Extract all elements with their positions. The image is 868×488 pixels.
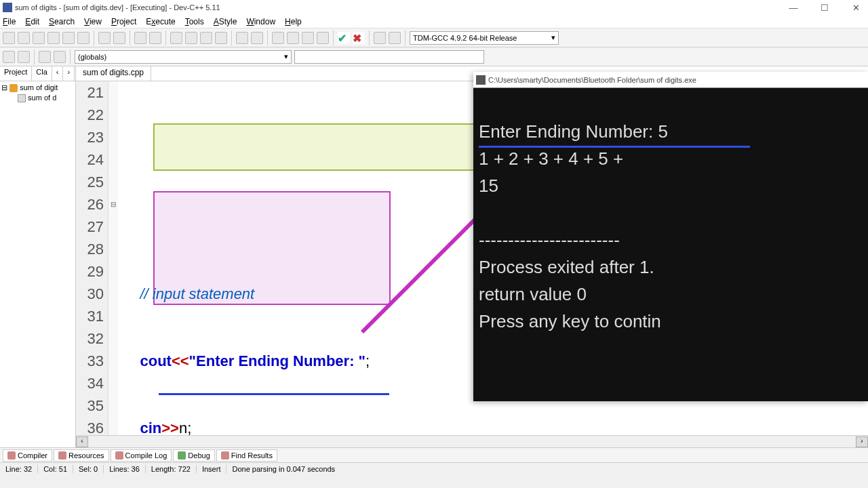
tab-debug[interactable]: Debug	[173, 449, 214, 462]
toggle-bp-icon[interactable]	[272, 32, 284, 44]
status-parse: Done parsing in 0.047 seconds	[226, 465, 340, 473]
sidebar-tab-classes[interactable]: Cla	[32, 66, 52, 81]
goto-icon[interactable]	[3, 51, 15, 63]
window-title: sum of digits - [sum of digits.dev] - [E…	[15, 3, 784, 12]
menu-tools[interactable]: Tools	[185, 17, 204, 26]
find-icon[interactable]	[134, 32, 146, 44]
console-window[interactable]: C:\Users\smarty\Documents\Bluetooth Fold…	[473, 72, 868, 401]
insert-icon[interactable]	[39, 51, 51, 63]
sidebar-tab-project[interactable]: Project	[0, 66, 32, 81]
menu-file[interactable]: File	[3, 17, 16, 26]
undo-icon[interactable]	[98, 32, 111, 44]
bookmark-icon[interactable]	[18, 51, 30, 63]
file-icon	[18, 94, 26, 102]
status-col: Col: 51	[38, 465, 73, 473]
code-line: cin>>n;	[123, 417, 868, 435]
menu-execute[interactable]: Execute	[146, 17, 175, 26]
tree-file-node[interactable]: sum of d	[1, 93, 74, 103]
console-titlebar: C:\Users\smarty\Documents\Bluetooth Fold…	[473, 72, 868, 88]
app-icon	[3, 3, 12, 12]
step-over-icon[interactable]	[302, 32, 314, 44]
tab-find-results[interactable]: Find Results	[216, 449, 277, 462]
log-icon	[115, 451, 123, 460]
redo-icon[interactable]	[113, 32, 125, 44]
menu-search[interactable]: Search	[49, 17, 75, 26]
status-length: Length: 722	[146, 465, 197, 473]
x-icon[interactable]: ✖	[353, 32, 365, 44]
stop-icon[interactable]	[251, 32, 263, 44]
search-icon	[221, 451, 229, 460]
run-icon[interactable]	[185, 32, 197, 44]
toolbar-secondary: (globals)▾	[0, 47, 868, 66]
status-line: Line: 32	[0, 465, 38, 473]
compiler-select[interactable]: TDM-GCC 4.9.2 64-bit Release▾	[410, 31, 559, 45]
symbols-select[interactable]	[294, 50, 484, 64]
scroll-left-icon[interactable]: ‹	[76, 436, 88, 447]
status-lines: Lines: 36	[104, 465, 146, 473]
menu-project[interactable]: Project	[111, 17, 136, 26]
fold-marker[interactable]: ⊟	[108, 193, 118, 216]
menu-window[interactable]: Window	[246, 17, 275, 26]
sidebar: Project Cla ‹ › ⊟ sum of digit sum of d	[0, 66, 76, 447]
menu-edit[interactable]: Edit	[25, 17, 39, 26]
print-icon[interactable]	[77, 32, 90, 44]
check-icon	[178, 451, 186, 460]
save-icon[interactable]	[33, 32, 45, 44]
console-icon	[476, 75, 486, 85]
menu-astyle[interactable]: AStyle	[214, 17, 237, 26]
rebuild-icon[interactable]	[215, 32, 227, 44]
fold-column: ⊟	[108, 81, 118, 435]
status-insert: Insert	[197, 465, 227, 473]
statusbar: Line: 32 Col: 51 Sel: 0 Lines: 36 Length…	[0, 462, 868, 474]
bottom-tabs: Compiler Resources Compile Log Debug Fin…	[0, 447, 868, 462]
step-icon[interactable]	[287, 32, 299, 44]
gutter: 21222324 25262728 29303132 33343536	[76, 81, 108, 435]
project-icon	[9, 84, 18, 92]
globals-select[interactable]: (globals)▾	[75, 50, 292, 64]
sidebar-tab-prev[interactable]: ‹	[52, 66, 64, 81]
tree-project-node[interactable]: ⊟ sum of digit	[1, 83, 74, 93]
step-out-icon[interactable]	[317, 32, 329, 44]
minimize-button[interactable]: —	[784, 3, 803, 13]
chart-icon[interactable]	[374, 32, 386, 44]
sidebar-tab-next[interactable]: ›	[63, 66, 75, 81]
close-file-icon[interactable]	[62, 32, 75, 44]
replace-icon[interactable]	[149, 32, 161, 44]
toggle-icon[interactable]	[54, 51, 66, 63]
save-all-icon[interactable]	[47, 32, 60, 44]
new-file-icon[interactable]	[3, 32, 15, 44]
debug-icon[interactable]	[236, 32, 248, 44]
grid-icon	[7, 451, 16, 460]
menu-help[interactable]: Help	[285, 17, 302, 26]
maximize-button[interactable]: ☐	[815, 3, 834, 13]
tab-compiler[interactable]: Compiler	[3, 449, 52, 462]
scroll-right-icon[interactable]: ›	[856, 436, 868, 447]
console-output: Enter Ending Number: 5 1 + 2 + 3 + 4 + 5…	[473, 88, 868, 392]
tab-resources[interactable]: Resources	[54, 449, 109, 462]
console-underline	[479, 146, 750, 148]
menubar: File Edit Search View Project Execute To…	[0, 15, 868, 28]
books-icon	[58, 451, 66, 460]
console-title: C:\Users\smarty\Documents\Bluetooth Fold…	[488, 76, 696, 84]
titlebar: sum of digits - [sum of digits.dev] - [E…	[0, 0, 868, 15]
project-tree[interactable]: ⊟ sum of digit sum of d	[0, 81, 75, 447]
help-icon[interactable]	[389, 32, 401, 44]
horizontal-scrollbar[interactable]: ‹ ›	[76, 435, 868, 447]
sidebar-tabs: Project Cla ‹ ›	[0, 66, 75, 81]
tab-compile-log[interactable]: Compile Log	[111, 449, 172, 462]
open-file-icon[interactable]	[18, 32, 30, 44]
check-icon[interactable]: ✔	[338, 32, 350, 44]
status-sel: Sel: 0	[73, 465, 104, 473]
compile-run-icon[interactable]	[200, 32, 212, 44]
compile-icon[interactable]	[170, 32, 182, 44]
file-tab-active[interactable]: sum of digits.cpp	[76, 66, 151, 81]
menu-view[interactable]: View	[84, 17, 102, 26]
close-button[interactable]: ✕	[846, 3, 865, 13]
toolbar-main: ✔ ✖ TDM-GCC 4.9.2 64-bit Release▾	[0, 28, 868, 47]
